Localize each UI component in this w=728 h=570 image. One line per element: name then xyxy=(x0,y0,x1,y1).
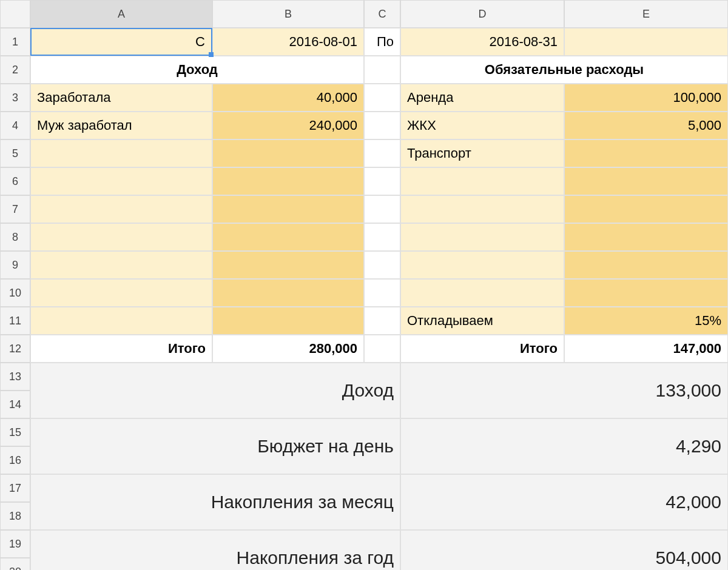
cell-D8[interactable] xyxy=(400,223,564,251)
income-value-2[interactable]: 240,000 xyxy=(212,112,364,139)
expense-total-value[interactable]: 147,000 xyxy=(564,335,728,363)
cell-C5[interactable] xyxy=(364,139,400,167)
row-header-20[interactable]: 20 xyxy=(0,558,30,570)
cell-C10[interactable] xyxy=(364,279,400,307)
row-header-19[interactable]: 19 xyxy=(0,530,30,558)
income-label-1[interactable]: Заработала xyxy=(30,84,212,112)
row-header-5[interactable]: 5 xyxy=(0,139,30,167)
summary-label-4[interactable]: Накопления за год xyxy=(30,530,400,570)
cell-D7[interactable] xyxy=(400,195,564,223)
expense-savings-value[interactable]: 15% xyxy=(564,307,728,335)
summary-value-1[interactable]: 133,000 xyxy=(400,363,728,418)
col-header-D[interactable]: D xyxy=(400,0,564,28)
col-header-C[interactable]: C xyxy=(364,0,400,28)
col-header-A[interactable]: A xyxy=(30,0,212,28)
cell-C3[interactable] xyxy=(364,84,400,112)
income-header[interactable]: Доход xyxy=(30,56,364,84)
cell-E10[interactable] xyxy=(564,279,728,307)
expense-label-1[interactable]: Аренда xyxy=(400,84,564,112)
cell-B6[interactable] xyxy=(212,167,364,195)
summary-label-1[interactable]: Доход xyxy=(30,363,400,418)
row-header-6[interactable]: 6 xyxy=(0,167,30,195)
cell-A8[interactable] xyxy=(30,223,212,251)
cell-A1[interactable]: С xyxy=(30,28,212,56)
cell-E6[interactable] xyxy=(564,167,728,195)
summary-value-4[interactable]: 504,000 xyxy=(400,530,728,570)
cell-C12[interactable] xyxy=(364,335,400,363)
cell-C4[interactable] xyxy=(364,112,400,139)
cell-C2[interactable] xyxy=(364,56,400,84)
summary-label-2[interactable]: Бюджет на день xyxy=(30,418,400,474)
row-header-7[interactable]: 7 xyxy=(0,195,30,223)
cell-B9[interactable] xyxy=(212,251,364,279)
summary-value-2[interactable]: 4,290 xyxy=(400,418,728,474)
row-header-14[interactable]: 14 xyxy=(0,391,30,418)
cell-B8[interactable] xyxy=(212,223,364,251)
cell-E9[interactable] xyxy=(564,251,728,279)
row-header-4[interactable]: 4 xyxy=(0,112,30,139)
cell-E7[interactable] xyxy=(564,195,728,223)
row-header-18[interactable]: 18 xyxy=(0,502,30,530)
cell-D6[interactable] xyxy=(400,167,564,195)
cell-A7[interactable] xyxy=(30,195,212,223)
cell-A5[interactable] xyxy=(30,139,212,167)
row-header-13[interactable]: 13 xyxy=(0,363,30,391)
cell-A6[interactable] xyxy=(30,167,212,195)
cell-C6[interactable] xyxy=(364,167,400,195)
cell-D10[interactable] xyxy=(400,279,564,307)
income-value-1[interactable]: 40,000 xyxy=(212,84,364,112)
cell-C1[interactable]: По xyxy=(364,28,400,56)
cell-B10[interactable] xyxy=(212,279,364,307)
expense-savings-label[interactable]: Откладываем xyxy=(400,307,564,335)
spreadsheet-grid[interactable]: A B C D E 1 С 2016-08-01 По 2016-08-31 2… xyxy=(0,0,728,570)
row-header-10[interactable]: 10 xyxy=(0,279,30,307)
row-header-1[interactable]: 1 xyxy=(0,28,30,56)
row-header-3[interactable]: 3 xyxy=(0,84,30,112)
cell-E8[interactable] xyxy=(564,223,728,251)
cell-C7[interactable] xyxy=(364,195,400,223)
expense-label-3[interactable]: Транспорт xyxy=(400,139,564,167)
cell-B5[interactable] xyxy=(212,139,364,167)
col-header-E[interactable]: E xyxy=(564,0,728,28)
cell-C9[interactable] xyxy=(364,251,400,279)
cell-B7[interactable] xyxy=(212,195,364,223)
summary-value-3[interactable]: 42,000 xyxy=(400,474,728,530)
cell-C8[interactable] xyxy=(364,223,400,251)
cell-B1[interactable]: 2016-08-01 xyxy=(212,28,364,56)
expense-value-1[interactable]: 100,000 xyxy=(564,84,728,112)
expense-label-2[interactable]: ЖКХ xyxy=(400,112,564,139)
cell-A9[interactable] xyxy=(30,251,212,279)
income-total-label[interactable]: Итого xyxy=(30,335,212,363)
expense-value-3[interactable] xyxy=(564,139,728,167)
cell-D9[interactable] xyxy=(400,251,564,279)
expense-value-2[interactable]: 5,000 xyxy=(564,112,728,139)
corner-cell[interactable] xyxy=(0,0,30,28)
expense-header[interactable]: Обязательные расходы xyxy=(400,56,728,84)
cell-B11[interactable] xyxy=(212,307,364,335)
row-header-15[interactable]: 15 xyxy=(0,418,30,446)
row-header-16[interactable]: 16 xyxy=(0,446,30,474)
row-header-17[interactable]: 17 xyxy=(0,474,30,502)
cell-A11[interactable] xyxy=(30,307,212,335)
summary-label-3[interactable]: Накопления за месяц xyxy=(30,474,400,530)
income-label-2[interactable]: Муж заработал xyxy=(30,112,212,139)
row-header-11[interactable]: 11 xyxy=(0,307,30,335)
row-header-12[interactable]: 12 xyxy=(0,335,30,363)
cell-E1[interactable] xyxy=(564,28,728,56)
cell-C11[interactable] xyxy=(364,307,400,335)
cell-A10[interactable] xyxy=(30,279,212,307)
income-total-value[interactable]: 280,000 xyxy=(212,335,364,363)
row-header-2[interactable]: 2 xyxy=(0,56,30,84)
col-header-B[interactable]: B xyxy=(212,0,364,28)
row-header-8[interactable]: 8 xyxy=(0,223,30,251)
row-header-9[interactable]: 9 xyxy=(0,251,30,279)
expense-total-label[interactable]: Итого xyxy=(400,335,564,363)
cell-D1[interactable]: 2016-08-31 xyxy=(400,28,564,56)
